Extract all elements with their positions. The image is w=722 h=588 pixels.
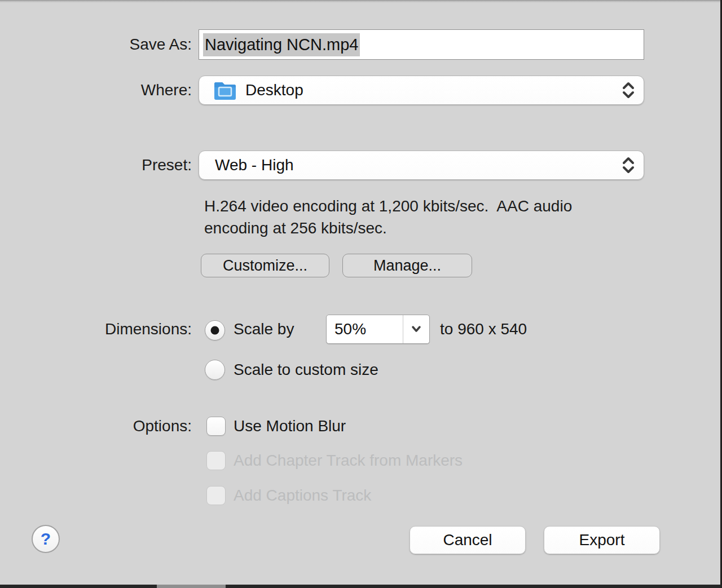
scale-percentage-value: 50% xyxy=(334,320,366,338)
add-chapter-track-label: Add Chapter Track from Markers xyxy=(234,451,463,470)
preset-description-line-2: encoding at 256 kbits/sec. xyxy=(204,219,387,237)
save-as-input[interactable]: Navigating NCN.mp4 xyxy=(199,29,644,60)
options-label: Options: xyxy=(0,417,192,436)
screen-edge-bottom xyxy=(0,585,722,588)
screen-edge-top xyxy=(0,0,722,3)
scale-custom-radio[interactable] xyxy=(205,360,225,380)
where-popup-value: Desktop xyxy=(245,81,303,99)
save-as-label: Save As: xyxy=(0,29,192,60)
chevron-up-down-icon xyxy=(622,156,635,175)
chevron-down-icon xyxy=(410,325,422,334)
use-motion-blur-checkbox[interactable] xyxy=(206,417,226,436)
preset-popup-value: Web - High xyxy=(215,156,294,174)
export-dialog: Save As: Navigating NCN.mp4 Where: Deskt… xyxy=(0,0,722,588)
where-label: Where: xyxy=(0,76,192,105)
add-captions-track-label: Add Captions Track xyxy=(234,486,371,505)
dimensions-label: Dimensions: xyxy=(0,315,192,344)
customize-button[interactable]: Customize... xyxy=(201,254,329,277)
add-captions-track-checkbox xyxy=(206,486,226,505)
cancel-button[interactable]: Cancel xyxy=(410,526,526,554)
add-chapter-track-checkbox xyxy=(206,451,226,470)
question-mark-icon: ? xyxy=(41,529,51,549)
preset-popup-button[interactable]: Web - High xyxy=(199,151,644,180)
folder-icon xyxy=(213,79,237,101)
scale-percentage-combobox[interactable]: 50% xyxy=(326,315,430,344)
help-button[interactable]: ? xyxy=(32,525,60,553)
combo-dropdown-button[interactable] xyxy=(403,315,429,343)
export-button[interactable]: Export xyxy=(544,526,660,554)
scale-by-label: Scale by xyxy=(234,315,294,344)
scale-by-radio[interactable] xyxy=(205,320,225,341)
manage-button[interactable]: Manage... xyxy=(342,254,472,277)
scale-custom-label: Scale to custom size xyxy=(234,360,378,380)
chevron-up-down-icon xyxy=(622,81,635,100)
save-as-value: Navigating NCN.mp4 xyxy=(203,33,360,56)
screen-edge-bottom-highlight xyxy=(157,585,226,588)
preset-description-line-1: H.264 video encoding at 1,200 kbits/sec.… xyxy=(204,197,572,215)
use-motion-blur-label: Use Motion Blur xyxy=(234,417,346,436)
preset-label: Preset: xyxy=(0,151,192,180)
where-popup-button[interactable]: Desktop xyxy=(199,76,644,105)
scale-result-text: to 960 x 540 xyxy=(440,315,527,344)
